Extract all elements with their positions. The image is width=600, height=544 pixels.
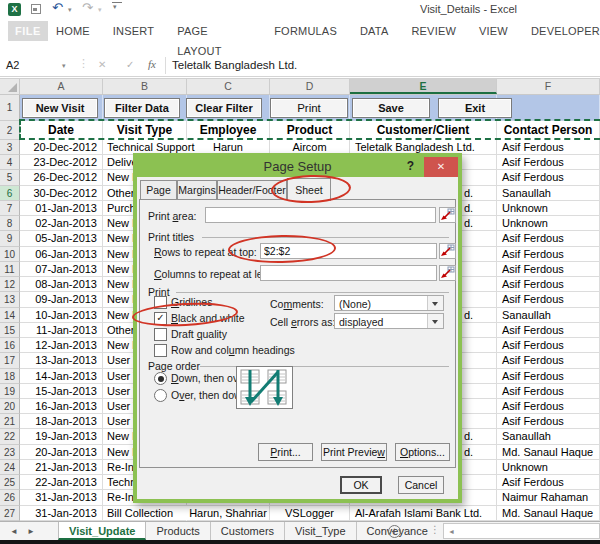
row-number[interactable]: 26 [0,490,20,505]
dialog-help-button[interactable]: ? [407,159,414,173]
radio-over-then-down[interactable] [154,389,167,402]
ribbon-tab-developer[interactable]: DEVELOPER [531,21,600,41]
ribbon-tab-review[interactable]: REVIEW [411,21,456,41]
options-button[interactable]: Options... [395,443,450,461]
dialog-close-button[interactable]: ✕ [424,157,458,177]
redo-icon[interactable]: ↷ [82,0,93,15]
cell-a15[interactable]: 11-Jan-2013 [20,323,103,338]
customize-quick-access-icon[interactable] [112,2,122,3]
column-header-a[interactable]: A [20,79,103,94]
row-number[interactable]: 27 [0,506,20,521]
sheet-nav-right-icon[interactable]: ► [27,527,35,536]
cell-f18[interactable]: Asif Ferdous [497,369,600,384]
dialog-title-bar[interactable]: Page Setup ? ✕ [137,157,458,177]
checkbox-gridlines[interactable] [154,296,167,309]
row-number[interactable]: 6 [0,186,20,201]
cell-f12[interactable]: Asif Ferdous [497,277,600,292]
toolbar-button-save[interactable]: Save [352,98,430,118]
row-number[interactable]: 23 [0,445,20,460]
cell-e27[interactable]: Al-Arafah Islami Bank Ltd. [350,506,497,521]
cell-f7[interactable]: Unknown [497,201,600,216]
cell-a22[interactable]: 19-Jan-2013 [20,429,103,444]
row-number[interactable]: 22 [0,429,20,444]
dialog-tab-page[interactable]: Page [140,180,177,200]
undo-icon[interactable]: ↶ [52,0,63,15]
cell-a5[interactable]: 26-Dec-2012 [20,170,103,185]
row-number[interactable]: 10 [0,247,20,262]
column-header-e[interactable]: E [350,79,497,94]
insert-function-icon[interactable]: fx [148,58,156,70]
ribbon-tab-home[interactable]: HOME [56,21,90,41]
cell-f25[interactable]: Asif Ferdous [497,475,600,490]
chevron-down-icon[interactable] [427,296,443,310]
cell-f14[interactable]: Sanaullah [497,308,600,323]
column-header-c[interactable]: C [187,79,270,94]
row-number[interactable]: 15 [0,323,20,338]
cell-a23[interactable]: 20-Jan-2013 [20,445,103,460]
select-all-corner[interactable] [0,79,20,94]
toolbar-button-print[interactable]: Print [270,98,348,118]
cell-a10[interactable]: 06-Jan-2013 [20,247,103,262]
row-number[interactable]: 11 [0,262,20,277]
cell-a19[interactable]: 15-Jan-2013 [20,384,103,399]
name-box-dropdown-icon[interactable]: ▾ [62,62,66,70]
checkbox-draft-quality[interactable] [154,328,167,341]
cell-f9[interactable]: Asif Ferdous [497,231,600,246]
cell-a27[interactable]: 31-Jan-2013 [20,506,103,521]
cell-d27[interactable]: VSLogger [270,506,350,521]
chevron-down-icon[interactable] [427,314,443,328]
cell-f6[interactable]: Sanaullah [497,186,600,201]
redo-dropdown-icon[interactable]: ▾ [98,6,102,14]
cancel-button[interactable]: Cancel [398,476,444,494]
print-button[interactable]: Print... [258,443,313,461]
dialog-tab-sheet[interactable]: Sheet [287,178,331,201]
column-header-d[interactable]: D [270,79,350,94]
cell-f5[interactable]: Asif Ferdous [497,170,600,185]
cell-a20[interactable]: 16-Jan-2013 [20,399,103,414]
dialog-tab-margins[interactable]: Margins [177,180,217,200]
cell-a14[interactable]: 10-Jan-2013 [20,308,103,323]
row-number[interactable]: 17 [0,353,20,368]
cell-errors-select[interactable]: displayed [334,313,444,329]
row-number[interactable]: 24 [0,460,20,475]
ribbon-tab-formulas[interactable]: FORMULAS [274,21,337,41]
table-header-customer-client[interactable]: Customer/Client [350,121,497,140]
toolbar-button-filter-data[interactable]: Filter Data [104,98,180,118]
cell-a21[interactable]: 18-Jan-2013 [20,414,103,429]
undo-dropdown-icon[interactable]: ▾ [68,6,72,14]
checkbox-black-and-white[interactable]: ✓ [154,312,167,325]
row-number[interactable]: 20 [0,399,20,414]
row-number[interactable]: 4 [0,155,20,170]
cell-a16[interactable]: 12-Jan-2013 [20,338,103,353]
cell-a25[interactable]: 22-Jan-2013 [20,475,103,490]
ribbon-tab-page-layout[interactable]: PAGE LAYOUT [177,21,251,41]
row-number[interactable]: 3 [0,140,20,155]
cell-f27[interactable]: Md. Sanaul Haque [497,506,600,521]
cell-b27[interactable]: Bill Collection [103,506,187,521]
toolbar-button-exit[interactable]: Exit [438,98,512,118]
ok-button[interactable]: OK [340,476,382,494]
cancel-icon[interactable]: ✕ [98,59,106,70]
cols-repeat-range-selector-icon[interactable] [439,265,456,281]
formula-bar-content[interactable]: Teletalk Bangladesh Ltd. [172,59,297,71]
print-preview-button[interactable]: Print Preview [321,443,387,461]
cell-f8[interactable]: Unknown [497,216,600,231]
sheet-tab-visit-update[interactable]: Visit_Update [58,522,146,540]
row-number[interactable]: 1 [0,95,20,121]
column-header-b[interactable]: B [103,79,187,94]
tab-overflow-icon[interactable]: ⋮ [430,524,440,535]
toolbar-button-new-visit[interactable]: New Visit [22,98,98,118]
row-number[interactable]: 21 [0,414,20,429]
table-header-visit-type[interactable]: Visit Type [103,121,187,140]
cell-a7[interactable]: 01-Jan-2013 [20,201,103,216]
ribbon-tab-view[interactable]: VIEW [479,21,508,41]
table-header-date[interactable]: Date [20,121,103,140]
row-number[interactable]: 5 [0,170,20,185]
sheet-tab-products[interactable]: Products [146,522,209,540]
row-number[interactable]: 2 [0,121,20,140]
cell-a18[interactable]: 14-Jan-2013 [20,369,103,384]
ribbon-tab-data[interactable]: DATA [360,21,389,41]
row-number[interactable]: 8 [0,216,20,231]
cell-f3[interactable]: Asif Ferdous [497,140,600,155]
ribbon-tab-file[interactable]: FILE [8,21,48,41]
